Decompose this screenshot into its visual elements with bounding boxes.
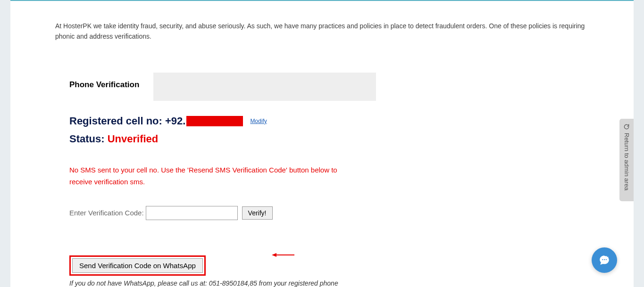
verify-code-label: Enter Verification Code: bbox=[69, 209, 144, 217]
svg-point-4 bbox=[606, 259, 607, 260]
intro-paragraph: At HosterPK we take identity fraud, secu… bbox=[10, 1, 634, 42]
chat-icon bbox=[598, 254, 611, 266]
send-whatsapp-button[interactable]: Send Verification Code on WhatsApp bbox=[72, 258, 203, 273]
verify-row: Enter Verification Code: Verify! bbox=[69, 206, 362, 220]
whatsapp-note: If you do not have WhatsApp, please call… bbox=[69, 279, 362, 287]
arrow-annotation-icon bbox=[272, 253, 294, 257]
modify-link[interactable]: Modify bbox=[250, 118, 267, 124]
warning-text: No SMS sent to your cell no. Use the 'Re… bbox=[69, 164, 362, 188]
status-label: Status: bbox=[69, 133, 108, 145]
svg-marker-1 bbox=[272, 253, 276, 257]
verification-card: Phone Verification Registered cell no: +… bbox=[55, 73, 376, 287]
admin-tab-label: Return to admin area bbox=[623, 133, 630, 190]
refresh-icon bbox=[623, 123, 630, 130]
cell-number-redacted bbox=[186, 116, 243, 126]
whatsapp-highlight-box: Send Verification Code on WhatsApp bbox=[69, 255, 206, 276]
verify-button[interactable]: Verify! bbox=[242, 206, 273, 220]
verify-code-input[interactable] bbox=[146, 206, 238, 220]
cell-number-line: Registered cell no: +92. Modify bbox=[69, 115, 362, 127]
svg-point-3 bbox=[604, 259, 605, 260]
status-value: Unverified bbox=[108, 133, 159, 145]
svg-point-2 bbox=[602, 259, 603, 260]
cell-number-label: Registered cell no: +92. bbox=[69, 115, 185, 127]
status-line: Status: Unverified bbox=[69, 133, 362, 145]
tab-header: Phone Verification bbox=[55, 73, 376, 101]
return-admin-tab[interactable]: Return to admin area bbox=[619, 119, 634, 201]
card-body: Registered cell no: +92. Modify Status: … bbox=[55, 101, 376, 287]
tab-phone-verification[interactable]: Phone Verification bbox=[55, 73, 153, 101]
chat-bubble-button[interactable] bbox=[592, 247, 617, 273]
